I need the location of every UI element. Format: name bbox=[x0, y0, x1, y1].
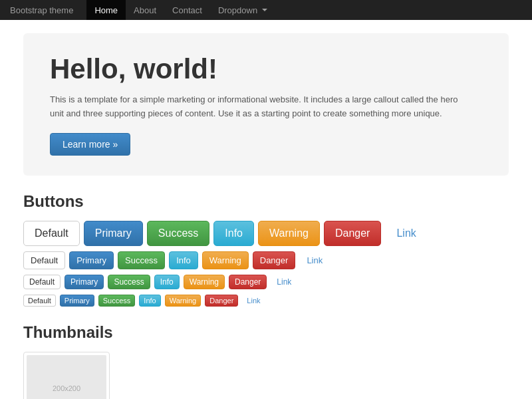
btn-warning-sm[interactable]: Warning bbox=[184, 275, 225, 289]
btn-row-lg: Default Primary Success Info Warning Dan… bbox=[23, 221, 509, 246]
nav-item-dropdown[interactable]: Dropdown bbox=[210, 0, 275, 20]
btn-warning-md[interactable]: Warning bbox=[202, 251, 249, 269]
thumbnails-title: Thumbnails bbox=[23, 323, 509, 342]
navbar: Bootstrap theme Home About Contact Dropd… bbox=[0, 0, 532, 20]
btn-default-md[interactable]: Default bbox=[23, 251, 65, 269]
hero-description: This is a template for a simple marketin… bbox=[50, 93, 462, 121]
thumbnails-section: Thumbnails 200x200 bbox=[23, 323, 509, 399]
btn-warning-xs[interactable]: Warning bbox=[165, 295, 201, 307]
btn-row-md: Default Primary Success Info Warning Dan… bbox=[23, 251, 509, 269]
btn-link-md[interactable]: Link bbox=[299, 251, 330, 269]
nav-item-contact[interactable]: Contact bbox=[164, 0, 210, 20]
btn-default-sm[interactable]: Default bbox=[23, 275, 61, 289]
btn-link-xs[interactable]: Link bbox=[242, 295, 265, 307]
btn-success-sm[interactable]: Success bbox=[108, 275, 150, 289]
learn-more-button[interactable]: Learn more » bbox=[50, 133, 130, 156]
navbar-brand[interactable]: Bootstrap theme bbox=[10, 5, 73, 15]
nav-item-about[interactable]: About bbox=[126, 0, 164, 20]
dropdown-label: Dropdown bbox=[218, 5, 267, 15]
btn-link-sm[interactable]: Link bbox=[271, 275, 297, 289]
btn-primary-sm[interactable]: Primary bbox=[65, 275, 104, 289]
btn-default-xs[interactable]: Default bbox=[23, 295, 56, 307]
btn-success-xs[interactable]: Success bbox=[98, 295, 136, 307]
nav-items: Home About Contact Dropdown bbox=[86, 0, 275, 20]
btn-info-lg[interactable]: Info bbox=[213, 221, 254, 246]
thumbnail-size-label: 200x200 bbox=[53, 384, 80, 392]
main-container: Hello, world! This is a template for a s… bbox=[13, 20, 519, 399]
btn-primary-xs[interactable]: Primary bbox=[60, 295, 94, 307]
btn-danger-md[interactable]: Danger bbox=[253, 251, 296, 269]
btn-link-lg[interactable]: Link bbox=[385, 221, 427, 246]
btn-row-sm: Default Primary Success Info Warning Dan… bbox=[23, 275, 509, 289]
thumbnail-item[interactable]: 200x200 bbox=[23, 352, 110, 399]
thumbnail-image: 200x200 bbox=[27, 355, 106, 399]
btn-danger-xs[interactable]: Danger bbox=[205, 295, 238, 307]
btn-danger-lg[interactable]: Danger bbox=[324, 221, 381, 246]
btn-warning-lg[interactable]: Warning bbox=[258, 221, 320, 246]
btn-info-sm[interactable]: Info bbox=[154, 275, 180, 289]
btn-info-xs[interactable]: Info bbox=[139, 295, 160, 307]
btn-primary-md[interactable]: Primary bbox=[69, 251, 114, 269]
btn-success-md[interactable]: Success bbox=[118, 251, 165, 269]
dropdown-caret-icon bbox=[262, 9, 267, 11]
btn-success-lg[interactable]: Success bbox=[147, 221, 209, 246]
btn-row-xs: Default Primary Success Info Warning Dan… bbox=[23, 295, 509, 307]
btn-info-md[interactable]: Info bbox=[169, 251, 198, 269]
btn-danger-sm[interactable]: Danger bbox=[229, 275, 267, 289]
btn-default-lg[interactable]: Default bbox=[23, 221, 80, 246]
buttons-title: Buttons bbox=[23, 192, 509, 211]
btn-primary-lg[interactable]: Primary bbox=[84, 221, 143, 246]
hero-title: Hello, world! bbox=[50, 53, 482, 85]
buttons-section: Buttons Default Primary Success Info War… bbox=[23, 192, 509, 307]
hero-unit: Hello, world! This is a template for a s… bbox=[23, 33, 509, 176]
nav-item-home[interactable]: Home bbox=[86, 0, 126, 20]
